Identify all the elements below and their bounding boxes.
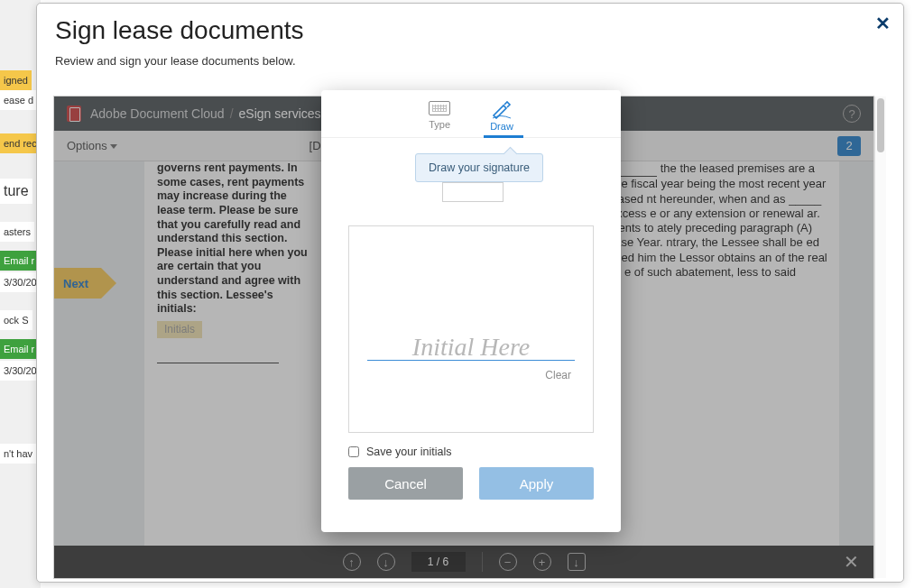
signature-canvas[interactable]: Initial Here Clear xyxy=(348,225,594,433)
signature-baseline xyxy=(367,360,575,361)
scroll-up-icon[interactable]: ↑ xyxy=(343,553,361,571)
bg-chip: end rec xyxy=(0,133,41,153)
sign-lease-modal: ✕ Sign lease documents Review and sign y… xyxy=(36,3,904,583)
page-indicator[interactable]: 1 / 6 xyxy=(411,552,466,572)
signature-placeholder: Initial Here xyxy=(349,333,593,362)
adobe-brand: Adobe Document Cloud xyxy=(90,106,225,121)
tab-type[interactable]: Type xyxy=(429,101,450,132)
adobe-viewer: Adobe Document Cloud / eSign services ? … xyxy=(53,96,874,579)
bg-chip: igned xyxy=(0,70,32,90)
bg-chip: 3/30/20 xyxy=(0,361,41,381)
bg-chip: Email r xyxy=(0,339,38,359)
help-icon[interactable]: ? xyxy=(843,105,861,123)
bg-chip: n't hav xyxy=(0,444,36,464)
viewer-scrollbar[interactable] xyxy=(874,96,886,578)
footer-close-icon[interactable]: ✕ xyxy=(844,551,859,573)
bg-chip: ture xyxy=(0,179,32,204)
modal-title: Sign lease documents xyxy=(37,4,903,49)
next-field-flag[interactable]: Next xyxy=(54,268,101,299)
adobe-pdf-icon xyxy=(67,106,81,122)
scroll-down-icon[interactable]: ↓ xyxy=(377,553,395,571)
adobe-crumb: eSign services xyxy=(239,106,321,121)
initials-line xyxy=(157,349,279,363)
pen-icon xyxy=(491,101,513,119)
draw-tooltip: Draw your signature xyxy=(415,153,543,182)
style-select-fragment xyxy=(442,182,504,202)
save-initials-input[interactable] xyxy=(348,446,359,457)
modal-subtitle: Review and sign your lease documents bel… xyxy=(37,49,903,77)
cancel-button[interactable]: Cancel xyxy=(348,467,463,500)
bg-chip: 3/30/20 xyxy=(0,272,41,292)
keyboard-icon xyxy=(429,101,450,115)
save-initials-checkbox[interactable]: Save your initials xyxy=(348,446,452,458)
save-initials-label: Save your initials xyxy=(366,446,452,458)
zoom-in-icon[interactable]: + xyxy=(533,553,551,571)
apply-button[interactable]: Apply xyxy=(479,467,594,500)
zoom-out-icon[interactable]: − xyxy=(499,553,517,571)
download-icon[interactable]: ↓ xyxy=(568,553,586,571)
initials-field[interactable]: Initials xyxy=(157,321,202,338)
clear-button[interactable]: Clear xyxy=(545,369,571,381)
adobe-footer: ↑ ↓ 1 / 6 − + ↓ ✕ xyxy=(54,546,873,578)
modal-close-button[interactable]: ✕ xyxy=(875,13,891,34)
left-column-text: governs rent payments. In some cases, re… xyxy=(157,161,310,363)
bg-chip: Email r xyxy=(0,251,38,271)
bg-chip: ease d xyxy=(0,90,37,110)
signature-tabs: Type Draw xyxy=(321,90,621,138)
signature-dialog: Type Draw Draw your signature Initial He… xyxy=(321,90,621,532)
tab-draw[interactable]: Draw xyxy=(490,101,513,132)
bg-chip: ock S xyxy=(0,310,32,330)
bg-chip: asters xyxy=(0,222,34,242)
